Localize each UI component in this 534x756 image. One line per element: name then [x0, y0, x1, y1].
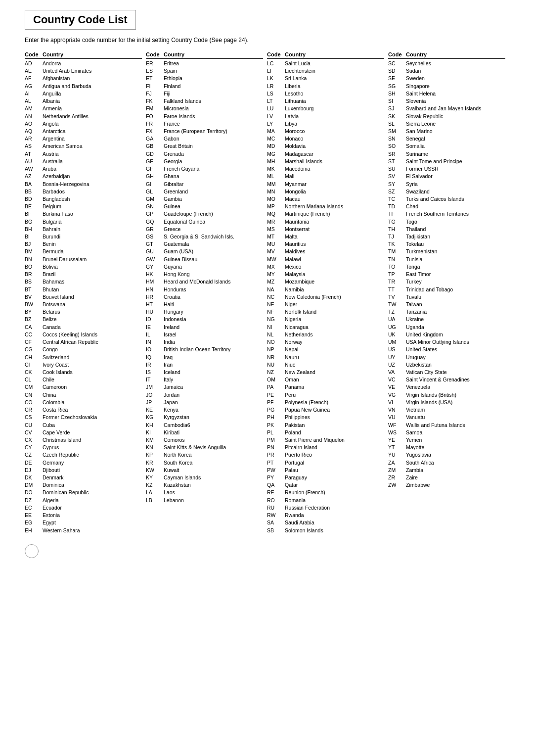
country-code: TK [388, 240, 404, 248]
col-header-country: Country [43, 51, 63, 57]
country-code: RU [267, 504, 283, 512]
country-code: BE [25, 203, 41, 210]
country-name: Nepal [285, 346, 384, 353]
country-code: VI [388, 399, 404, 406]
country-name: France [164, 120, 263, 128]
country-code: GT [146, 240, 162, 248]
country-name: Turkey [406, 278, 505, 285]
list-item: CIIvory Coast [25, 361, 142, 369]
country-code: GM [146, 195, 162, 203]
country-name: Svalbard and Jan Mayen Islands [406, 105, 505, 112]
country-code: BH [25, 226, 41, 233]
list-item: CMCameroon [25, 383, 142, 391]
list-item: VAVatican City State [388, 369, 505, 376]
country-name: Antarctica [43, 128, 142, 135]
country-name: Laos [164, 489, 263, 496]
list-item: BDBangladesh [25, 195, 142, 203]
list-item: IRIran [146, 361, 263, 369]
list-item: TWTaiwan [388, 301, 505, 308]
country-code: AU [25, 158, 41, 165]
country-name: Belize [43, 316, 142, 323]
country-code: CF [25, 338, 41, 346]
country-code: PY [267, 474, 283, 481]
country-name: Morocco [285, 128, 384, 135]
country-code: NU [267, 361, 283, 369]
country-code: SG [388, 83, 404, 90]
list-item: FOFaroe Islands [146, 113, 263, 120]
country-code: BG [25, 218, 41, 226]
country-name: Luxembourg [285, 105, 384, 112]
list-item: JMJamaica [146, 383, 263, 391]
list-item: GFFrench Guyana [146, 165, 263, 173]
country-code: VA [388, 369, 404, 376]
country-code: GR [146, 226, 162, 233]
country-name: Venezuela [406, 383, 505, 391]
country-name: Grenada [164, 150, 263, 158]
list-item: CZCzech Republic [25, 451, 142, 459]
country-code: MZ [267, 278, 283, 285]
list-item: SYSyria [388, 181, 505, 188]
country-name: Jordan [164, 391, 263, 399]
country-name: Libya [285, 120, 384, 128]
country-code: PM [267, 436, 283, 444]
list-item: PLPoland [267, 429, 384, 436]
list-item: NFNorfolk Island [267, 308, 384, 316]
list-item: RORomania [267, 497, 384, 504]
country-name: Tonga [406, 263, 505, 271]
country-name: British Indian Ocean Territory [164, 346, 263, 353]
col-header-country: Country [406, 51, 427, 57]
country-name: Burkina Faso [43, 210, 142, 218]
country-code: UG [388, 324, 404, 331]
list-item: UZUzbekistan [388, 361, 505, 369]
country-code: DO [25, 489, 41, 496]
list-item: NINicaragua [267, 324, 384, 331]
country-code: SI [388, 97, 404, 105]
list-item: KPNorth Korea [146, 451, 263, 459]
country-name: Saudi Arabia [285, 519, 384, 526]
list-item: SRSuriname [388, 150, 505, 158]
country-name: Somalia [406, 142, 505, 150]
list-item: HRCroatia [146, 293, 263, 301]
country-code: HK [146, 271, 162, 278]
country-name: Antigua and Barbuda [43, 83, 142, 90]
list-item: TFFrench Southern Territories [388, 210, 505, 218]
country-name: Nicaragua [285, 324, 384, 331]
country-code: SD [388, 67, 404, 75]
country-name: S. Georgia & S. Sandwich Isls. [164, 233, 263, 240]
country-code: BO [25, 263, 41, 271]
list-item: QAQatar [267, 481, 384, 489]
country-code: GP [146, 210, 162, 218]
country-code: MY [267, 271, 283, 278]
list-item: FIFinland [146, 83, 263, 90]
list-item: DMDominica [25, 481, 142, 489]
country-code: CO [25, 399, 41, 406]
country-name: Maldives [285, 248, 384, 255]
country-name: Bouvet Island [43, 293, 142, 301]
list-item: KZKazakhstan [146, 481, 263, 489]
country-name: Anguilla [43, 90, 142, 97]
country-name: Tokelau [406, 240, 505, 248]
list-item: SZSwaziland [388, 188, 505, 195]
list-item: CKCook Islands [25, 369, 142, 376]
country-code: RO [267, 497, 283, 504]
list-item: OMOman [267, 376, 384, 383]
country-name: Central African Republic [43, 338, 142, 346]
country-name: Bosnia-Herzegovina [43, 181, 142, 188]
country-name: Kuwait [164, 467, 263, 474]
country-code: KZ [146, 481, 162, 489]
list-item: SOSomalia [388, 142, 505, 150]
country-name: Ghana [164, 173, 263, 180]
country-name: Greece [164, 226, 263, 233]
country-code: AW [25, 165, 41, 173]
list-item: DODominican Republic [25, 489, 142, 496]
country-code: UK [388, 331, 404, 338]
country-code: LU [267, 105, 283, 112]
country-code: RW [267, 512, 283, 519]
country-code: CY [25, 444, 41, 451]
country-code: CU [25, 422, 41, 429]
country-name: Costa Rica [43, 406, 142, 414]
country-name: Latvia [285, 113, 384, 120]
col-header-code: Code [25, 51, 41, 57]
country-name: Tanzania [406, 308, 505, 316]
country-name: Malawi [285, 256, 384, 263]
